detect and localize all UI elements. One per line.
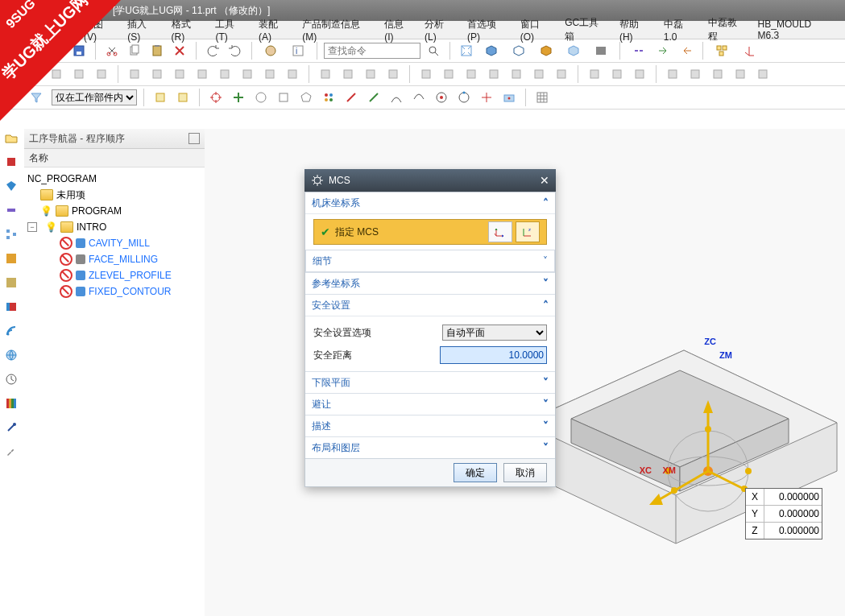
sel-l[interactable] bbox=[409, 88, 429, 107]
mcs-dialog[interactable]: MCS ✕ 机床坐标系 ˄ ✔ 指定 MCS z 细节 ˅ bbox=[304, 169, 556, 487]
paste-button[interactable] bbox=[147, 41, 167, 60]
tb2-s[interactable] bbox=[462, 64, 481, 84]
save-button[interactable] bbox=[69, 41, 89, 60]
tb2-ze[interactable] bbox=[753, 64, 773, 84]
group-layout-layer[interactable]: 布局和图层 ˅ bbox=[305, 436, 555, 458]
sel-p[interactable] bbox=[499, 88, 519, 107]
coord-row-z[interactable]: Z0.000000 bbox=[746, 523, 822, 539]
tree-intro[interactable]: − 💡 INTRO bbox=[27, 219, 201, 235]
menu-format[interactable]: 格式(R) bbox=[172, 18, 203, 43]
undo-button[interactable] bbox=[203, 41, 222, 60]
tb2-m[interactable] bbox=[316, 64, 335, 84]
tree-op-face-milling[interactable]: FACE_MILLING bbox=[27, 251, 201, 267]
wcs-button[interactable] bbox=[737, 41, 761, 60]
group-safety-settings[interactable]: 安全设置 ˄ bbox=[305, 294, 555, 316]
leftstrip-sheet[interactable] bbox=[2, 250, 20, 267]
navigator-titlebar[interactable]: 工序导航器 - 程序顺序 bbox=[24, 129, 205, 149]
tb2-f[interactable] bbox=[147, 64, 167, 84]
leftstrip-tree[interactable] bbox=[2, 225, 20, 243]
redo-button[interactable] bbox=[226, 41, 245, 60]
group-avoidance[interactable]: 避让 ˅ bbox=[305, 393, 555, 415]
sel-a[interactable] bbox=[151, 88, 170, 107]
tb2-o[interactable] bbox=[361, 64, 380, 84]
tb2-j[interactable] bbox=[238, 64, 257, 84]
tb2-d[interactable] bbox=[92, 64, 111, 84]
tb2-g[interactable] bbox=[170, 64, 189, 84]
tb2-h[interactable] bbox=[193, 64, 212, 84]
tb2-w[interactable] bbox=[552, 64, 571, 84]
tree-op-zlevel-profile[interactable]: ZLEVEL_PROFILE bbox=[27, 267, 201, 283]
shade-button[interactable] bbox=[479, 41, 503, 60]
tb2-l[interactable] bbox=[283, 64, 302, 84]
safety-distance-input[interactable] bbox=[440, 346, 547, 364]
search-go-button[interactable] bbox=[424, 41, 443, 60]
leftstrip-rss[interactable] bbox=[2, 322, 20, 340]
trueshade-button[interactable] bbox=[534, 41, 558, 60]
tb2-a[interactable] bbox=[24, 64, 43, 84]
group-description[interactable]: 描述 ˅ bbox=[305, 415, 555, 436]
cut-button[interactable] bbox=[102, 41, 122, 60]
sel-e[interactable] bbox=[251, 88, 271, 107]
tb2-zd[interactable] bbox=[731, 64, 750, 84]
tb2-k[interactable] bbox=[260, 64, 280, 84]
sel-d[interactable] bbox=[229, 88, 248, 107]
sel-n[interactable] bbox=[454, 88, 474, 107]
tb2-x[interactable] bbox=[585, 64, 604, 84]
sel-k[interactable] bbox=[387, 88, 406, 107]
collapse-icon[interactable]: − bbox=[27, 222, 37, 232]
sel-m[interactable] bbox=[432, 88, 451, 107]
sel-h[interactable] bbox=[319, 88, 338, 107]
copy-button[interactable] bbox=[125, 41, 144, 60]
program-tree[interactable]: NC_PROGRAM 未用项 💡 PROGRAM − 💡 INTRO CAVIT… bbox=[24, 167, 205, 303]
open-button[interactable] bbox=[47, 41, 66, 60]
sel-f[interactable] bbox=[274, 88, 293, 107]
sel-b[interactable] bbox=[173, 88, 193, 107]
menu-hbmould[interactable]: HB_MOULD M6.3 bbox=[758, 19, 832, 41]
tree-program[interactable]: 💡 PROGRAM bbox=[27, 203, 201, 219]
fit-button[interactable] bbox=[457, 41, 476, 60]
wave-button[interactable] bbox=[627, 41, 651, 60]
menu-zl1[interactable]: 中磊1.0 bbox=[664, 18, 695, 43]
menu-tools[interactable]: 工具(T) bbox=[215, 18, 246, 43]
tb2-i[interactable] bbox=[215, 64, 234, 84]
leftstrip-wrench[interactable] bbox=[2, 443, 20, 461]
leftstrip-rainbow[interactable] bbox=[2, 395, 20, 412]
tb2-q[interactable] bbox=[416, 64, 436, 84]
leftstrip-book[interactable] bbox=[2, 298, 20, 316]
see-through-button[interactable] bbox=[561, 41, 586, 60]
tb2-y[interactable] bbox=[607, 64, 627, 84]
tb2-t[interactable] bbox=[484, 64, 503, 84]
search-input[interactable] bbox=[324, 43, 420, 59]
tb2-z[interactable] bbox=[630, 64, 649, 84]
tree-root-nc-program[interactable]: NC_PROGRAM bbox=[27, 171, 201, 187]
menu-window[interactable]: 窗口(O) bbox=[520, 18, 553, 43]
leftstrip-machine[interactable] bbox=[2, 153, 20, 171]
detail-subgroup[interactable]: 细节 ˅ bbox=[305, 250, 555, 272]
group-machine-csys[interactable]: 机床坐标系 ˄ bbox=[305, 192, 555, 213]
filter-type-button[interactable] bbox=[24, 88, 48, 107]
coord-row-x[interactable]: X0.000000 bbox=[746, 489, 822, 506]
arrow-in-button[interactable] bbox=[654, 41, 673, 60]
tb2-u[interactable] bbox=[507, 64, 526, 84]
menu-gctoolbox[interactable]: GC工具箱 bbox=[565, 16, 607, 43]
info-button[interactable]: i bbox=[286, 41, 310, 60]
column-header-name[interactable]: 名称 bbox=[24, 149, 205, 167]
menu-prefs[interactable]: 首选项(P) bbox=[467, 18, 507, 43]
sel-i[interactable] bbox=[342, 88, 361, 107]
menu-analysis[interactable]: 分析(L) bbox=[425, 18, 454, 43]
tb2-zb[interactable] bbox=[686, 64, 705, 84]
leftstrip-program-order[interactable] bbox=[2, 129, 20, 147]
tb2-za[interactable] bbox=[663, 64, 682, 84]
coordinate-readout[interactable]: X0.000000 Y0.000000 Z0.000000 bbox=[745, 488, 822, 540]
cancel-button[interactable]: 取消 bbox=[503, 463, 547, 482]
menu-insert[interactable]: 插入(S) bbox=[127, 18, 158, 43]
tree-unused[interactable]: 未用项 bbox=[27, 187, 201, 203]
object-display-button[interactable] bbox=[259, 41, 283, 60]
csys-dialog-button[interactable] bbox=[488, 221, 512, 242]
tb2-e[interactable] bbox=[125, 64, 144, 84]
leftstrip-method[interactable] bbox=[2, 201, 20, 219]
ok-button[interactable]: 确定 bbox=[454, 463, 497, 482]
tree-op-fixed-contour[interactable]: FIXED_CONTOUR bbox=[27, 283, 201, 300]
menu-assembly[interactable]: 装配(A) bbox=[259, 18, 289, 43]
tb2-b[interactable] bbox=[47, 64, 66, 84]
